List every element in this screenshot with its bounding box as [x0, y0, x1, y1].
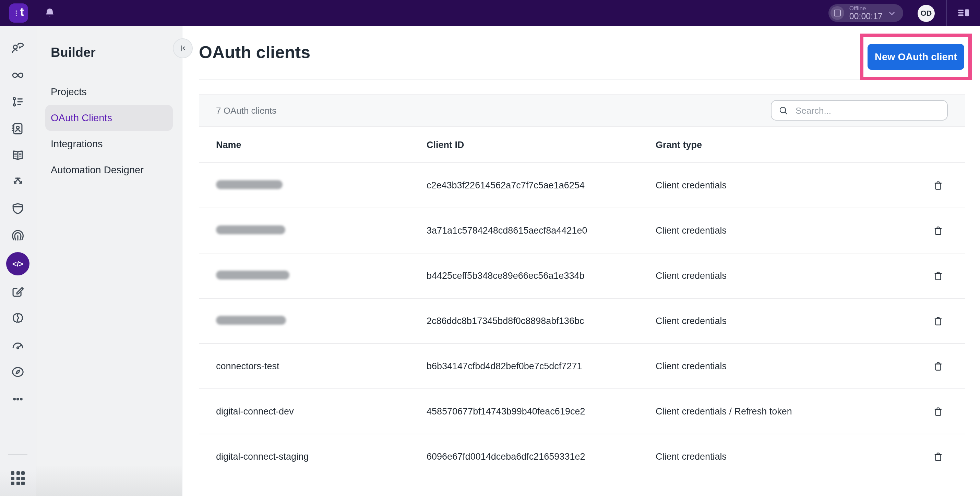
delete-button[interactable] — [929, 266, 948, 285]
page-title: OAuth clients — [199, 43, 310, 62]
col-header-name: Name — [216, 139, 426, 150]
search-input[interactable] — [794, 105, 940, 116]
delete-button[interactable] — [929, 221, 948, 240]
rail-bottom — [0, 454, 36, 496]
client-id: b6b34147cfbd4d82bef0be7c5dcf7271 — [426, 361, 655, 371]
client-id: 3a71a1c5784248cd8615aecf8a4421e0 — [426, 225, 655, 236]
title-divider — [199, 79, 965, 80]
client-id: b4425ceff5b348ce89e66ec56a1e334b — [426, 271, 655, 281]
table-row: 2c86ddc8b17345bd8f0c8898abf136bc Client … — [199, 298, 965, 343]
code-icon-active[interactable]: </> — [6, 252, 30, 276]
topbar-right: Offline 00:00:17 OD — [829, 0, 980, 26]
grant-type: Client credentials — [655, 180, 920, 190]
tines-logo[interactable]: ⋮t — [9, 3, 28, 22]
side-panel-toggle-icon[interactable] — [957, 6, 970, 20]
redacted-name — [216, 180, 283, 189]
sidebar-collapse-button[interactable] — [173, 38, 193, 58]
app-screen: ⋮t Offline 00:00:17 OD — [0, 0, 980, 496]
table-row: digital-connect-dev 458570677bf14743b99b… — [199, 388, 965, 434]
compass-icon[interactable] — [10, 364, 25, 380]
delete-button[interactable] — [929, 402, 948, 421]
sidebar-title: Builder — [51, 45, 182, 60]
sidebar-item-oauth-clients[interactable]: OAuth Clients — [45, 105, 173, 131]
grant-type: Client credentials — [655, 271, 920, 281]
table-toolbar: 7 OAuth clients — [199, 94, 965, 127]
split-arrows-icon[interactable] — [10, 175, 25, 190]
brain-icon[interactable] — [10, 311, 25, 326]
fingerprint-icon[interactable] — [10, 228, 25, 243]
delete-button[interactable] — [929, 447, 948, 466]
icon-rail: </> ••• — [0, 26, 37, 496]
logo-letter: t — [20, 5, 24, 19]
grant-type: Client credentials — [655, 452, 920, 462]
redacted-name — [216, 270, 290, 279]
grant-type: Client credentials — [655, 316, 920, 326]
loop-icon[interactable] — [10, 68, 25, 83]
client-count: 7 OAuth clients — [216, 105, 276, 116]
sidebar-menu: Projects OAuth Clients Integrations Auto… — [37, 79, 182, 183]
table-row: digital-connect-staging 6096e67fd0014dce… — [199, 434, 965, 479]
avatar[interactable]: OD — [918, 5, 935, 22]
apps-grid-icon[interactable] — [11, 471, 25, 485]
title-row: OAuth clients New OAuth client — [199, 26, 965, 79]
search-box[interactable] — [771, 100, 948, 120]
sidebar-item-automation-designer[interactable]: Automation Designer — [45, 157, 173, 183]
grant-type: Client credentials — [655, 225, 920, 236]
client-id: 2c86ddc8b17345bd8f0c8898abf136bc — [426, 316, 655, 326]
delete-button[interactable] — [929, 311, 948, 331]
contacts-icon[interactable] — [10, 121, 25, 136]
col-header-client-id: Client ID — [426, 139, 655, 150]
client-id: 6096e67fd0014dceba6dfc21659331e2 — [426, 452, 655, 462]
table-row: 3a71a1c5784248cd8615aecf8a4421e0 Client … — [199, 208, 965, 253]
search-icon — [778, 105, 789, 116]
builder-sidebar: Builder Projects OAuth Clients Integrati… — [37, 26, 183, 496]
topbar-divider — [947, 0, 947, 26]
compose-icon[interactable] — [10, 284, 25, 300]
client-id: 458570677bf14743b99b40feac619ce2 — [426, 406, 655, 417]
table-header: Name Client ID Grant type — [199, 127, 965, 162]
table-row: c2e43b3f22614562a7c7f7c5ae1a6254 Client … — [199, 162, 965, 208]
status-timer: 00:00:17 — [850, 12, 883, 21]
grant-type: Client credentials — [655, 361, 920, 371]
highlight-annotation: New OAuth client — [860, 33, 972, 80]
status-label: Offline — [850, 5, 883, 11]
table-row: connectors-test b6b34147cfbd4d82bef0be7c… — [199, 343, 965, 388]
list-tree-icon[interactable] — [10, 95, 25, 109]
redacted-name — [216, 225, 285, 234]
col-header-grant-type: Grant type — [655, 139, 920, 150]
notifications-bell-icon[interactable] — [43, 6, 56, 19]
shield-icon[interactable] — [10, 201, 25, 217]
logo-dots: ⋮ — [13, 11, 19, 16]
more-options-icon[interactable]: ••• — [10, 391, 25, 406]
sidebar-item-projects[interactable]: Projects — [45, 79, 173, 105]
delete-button[interactable] — [929, 176, 948, 195]
rail-divider — [8, 454, 27, 455]
main-content: OAuth clients New OAuth client 7 OAuth c… — [183, 26, 980, 496]
table-row: b4425ceff5b348ce89e66ec56a1e334b Client … — [199, 253, 965, 298]
book-icon[interactable] — [10, 148, 25, 163]
user-chat-icon[interactable] — [10, 41, 25, 56]
gauge-icon[interactable] — [10, 338, 25, 353]
client-name: digital-connect-dev — [216, 406, 426, 417]
delete-button[interactable] — [929, 357, 948, 376]
client-name: digital-connect-staging — [216, 452, 426, 462]
client-id: c2e43b3f22614562a7c7f7c5ae1a6254 — [426, 180, 655, 190]
redacted-name — [216, 315, 286, 324]
client-name: connectors-test — [216, 361, 426, 371]
status-pill[interactable]: Offline 00:00:17 — [829, 4, 903, 22]
new-oauth-client-button[interactable]: New OAuth client — [867, 44, 964, 70]
chevron-down-icon — [888, 9, 896, 17]
sidebar-item-integrations[interactable]: Integrations — [45, 131, 173, 157]
topbar: ⋮t Offline 00:00:17 OD — [0, 0, 980, 26]
grant-type: Client credentials / Refresh token — [655, 406, 920, 417]
stop-icon[interactable] — [831, 6, 845, 20]
